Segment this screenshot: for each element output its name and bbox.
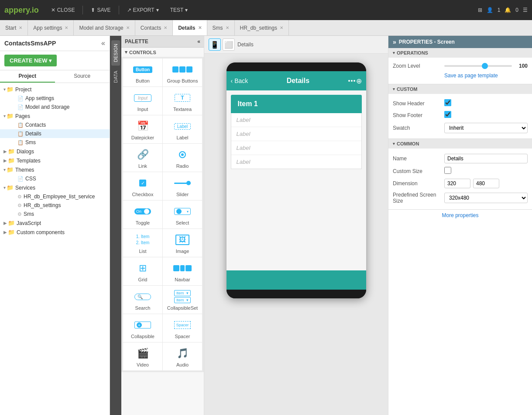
sidebar-tab-source[interactable]: Source: [55, 70, 110, 83]
tab-model-storage[interactable]: Model and Storage ✕: [74, 20, 135, 35]
tree-item-contacts[interactable]: 📋 Contacts: [0, 121, 110, 129]
more-properties-link[interactable]: More properties: [442, 212, 478, 218]
tree-item-dialogs[interactable]: ▶ 📁 Dialogs: [0, 147, 110, 156]
tree-item-app-settings[interactable]: 📄 App settings: [0, 94, 110, 103]
video-palette-icon: 🎬: [137, 346, 149, 360]
swatch-row: Swatch Inherit A B C: [393, 121, 528, 135]
phone-menu-icon[interactable]: ⊕: [348, 77, 362, 85]
palette-item-collapsibleset[interactable]: Item▾ Item▾ CollapsibleSet: [163, 286, 202, 314]
tab-contacts[interactable]: Contacts ✕: [135, 20, 173, 35]
dimension-label: Dimension: [393, 180, 441, 187]
show-header-checkbox[interactable]: [444, 99, 451, 106]
image-palette-icon: 🖼: [175, 233, 189, 247]
side-tab-data[interactable]: DATA: [111, 67, 120, 86]
palette-item-radio[interactable]: Radio: [163, 144, 202, 172]
tab-contacts-close[interactable]: ✕: [164, 25, 167, 30]
tree-item-details[interactable]: 📋 Details: [0, 129, 110, 138]
save-button[interactable]: ⬆ SAVE: [87, 5, 114, 15]
canvas-area: 📱 ⬜ Details ‹ Back Details: [204, 36, 388, 415]
save-template-link[interactable]: Save as page template: [444, 73, 498, 79]
palette-item-group-buttons[interactable]: Group Buttons: [163, 59, 202, 86]
tab-app-settings-close[interactable]: ✕: [65, 25, 68, 30]
phone-frame: ‹ Back Details ⊕ I: [227, 62, 366, 298]
grid-icon[interactable]: ⊞: [478, 7, 482, 13]
palette-item-collapsible[interactable]: + Collapsible: [123, 314, 162, 342]
palette-item-image[interactable]: 🖼 Image: [163, 229, 202, 257]
palette-controls-label: ▾ CONTROLS: [121, 48, 204, 57]
mobile-view-button[interactable]: 📱: [209, 38, 221, 51]
show-footer-checkbox[interactable]: [444, 111, 451, 118]
tree-item-model-storage[interactable]: 📄 Model and Storage: [0, 103, 110, 111]
name-input[interactable]: [444, 154, 528, 163]
palette-item-label[interactable]: Label Label: [163, 115, 202, 143]
tab-start[interactable]: Start ✕: [0, 20, 28, 35]
tree-item-templates[interactable]: ▶ 📁 Templates: [0, 156, 110, 165]
palette-item-datepicker[interactable]: 📅 Datepicker: [123, 115, 162, 143]
palette-item-select[interactable]: ▾ Select: [163, 201, 202, 228]
predefined-size-select[interactable]: 320x480 360x640 768x1024: [444, 193, 528, 203]
tab-app-settings[interactable]: App settings ✕: [28, 20, 74, 35]
palette-item-checkbox[interactable]: ✓ Checkbox: [123, 172, 162, 200]
sidebar-tabs: Project Source: [0, 70, 110, 83]
tree-item-sms-service[interactable]: ⚙ Sms: [0, 210, 110, 218]
palette-item-input[interactable]: Input Input: [123, 87, 162, 115]
custom-section-label[interactable]: ▾ CUSTOM: [388, 84, 532, 94]
palette-item-link[interactable]: 🔗 Link: [123, 144, 162, 172]
palette-collapse-icon[interactable]: «: [197, 38, 200, 45]
palette-header: PALETTE «: [121, 36, 204, 48]
service-icon: ⚙: [17, 211, 22, 217]
sidebar-collapse-button[interactable]: «: [101, 39, 105, 47]
tree-item-pages[interactable]: ▾ 📁 Pages: [0, 111, 110, 121]
tab-sms[interactable]: Sms ✕: [207, 20, 235, 35]
spacer-palette-icon: Spacer: [174, 318, 191, 332]
palette-item-video[interactable]: 🎬 Video: [123, 342, 162, 370]
tab-hr-db-settings[interactable]: HR_db_settings ✕: [235, 20, 289, 35]
palette-item-slider[interactable]: Slider: [163, 172, 202, 200]
side-tab-design[interactable]: DESIGN: [111, 40, 120, 66]
tree-item-css[interactable]: 📄 CSS: [0, 174, 110, 183]
tree-item-javascript[interactable]: ▶ 📁 JavaScript: [0, 218, 110, 228]
tab-start-close[interactable]: ✕: [19, 25, 22, 30]
tab-details[interactable]: Details ✕: [173, 20, 207, 35]
palette-item-list[interactable]: 1. Item2. Item List: [123, 229, 162, 257]
palette-item-audio[interactable]: 🎵 Audio: [163, 342, 202, 370]
dimension-width-input[interactable]: [444, 179, 470, 188]
palette-item-grid[interactable]: ⊞ Grid: [123, 257, 162, 285]
palette-item-search[interactable]: 🔍 Search: [123, 286, 162, 314]
tree-item-project[interactable]: ▾ 📁 Project: [0, 85, 110, 94]
custom-size-checkbox[interactable]: [444, 167, 451, 174]
bell-icon[interactable]: 🔔: [505, 7, 511, 13]
palette-item-textarea[interactable]: Textarea: [163, 87, 202, 115]
tree-item-custom-components[interactable]: ▶ 📁 Custom components: [0, 228, 110, 237]
menu-icon[interactable]: ☰: [523, 7, 528, 13]
create-new-button[interactable]: CREATE NEW ▾: [4, 55, 57, 66]
user-icon[interactable]: 👤: [487, 7, 493, 13]
close-button[interactable]: ✕ CLOSE: [48, 5, 79, 15]
tab-details-close[interactable]: ✕: [198, 25, 202, 30]
phone-back-button[interactable]: ‹ Back: [231, 77, 248, 84]
zoom-track: [444, 65, 512, 67]
palette-item-spacer[interactable]: Spacer Spacer: [163, 314, 202, 342]
operations-section-label[interactable]: ▾ OPERATIONS: [388, 48, 532, 58]
tree-item-sms[interactable]: 📋 Sms: [0, 138, 110, 147]
common-section-label[interactable]: ▾ COMMON: [388, 139, 532, 149]
tab-model-storage-close[interactable]: ✕: [126, 25, 130, 30]
test-button[interactable]: TEST ▾: [167, 5, 192, 15]
swatch-select[interactable]: Inherit A B C: [444, 123, 528, 133]
sidebar-header: ContactsSmsAPP «: [0, 36, 110, 51]
tree-item-services[interactable]: ▾ 📁 Services: [0, 183, 110, 192]
tree-item-hr-db-settings[interactable]: ⚙ HR_db_settings: [0, 201, 110, 210]
expand-icon: ▾: [3, 87, 6, 92]
tree-item-hr-employee-service[interactable]: ⚙ HR_db_Employee_list_service: [0, 192, 110, 201]
tab-sms-close[interactable]: ✕: [226, 25, 229, 30]
tree-item-themes[interactable]: ▾ 📁 Themes: [0, 165, 110, 174]
sidebar-tab-project[interactable]: Project: [0, 70, 55, 83]
dimension-height-input[interactable]: [473, 179, 499, 188]
palette-item-toggle[interactable]: On Toggle: [123, 201, 162, 228]
tab-hr-db-settings-close[interactable]: ✕: [280, 25, 283, 30]
zoom-thumb[interactable]: [482, 63, 488, 69]
tablet-view-button[interactable]: ⬜: [223, 38, 235, 51]
palette-item-button[interactable]: Button Button: [123, 59, 162, 86]
palette-item-navbar[interactable]: Navbar: [163, 257, 202, 285]
export-button[interactable]: ↗ EXPORT ▾: [124, 5, 162, 15]
